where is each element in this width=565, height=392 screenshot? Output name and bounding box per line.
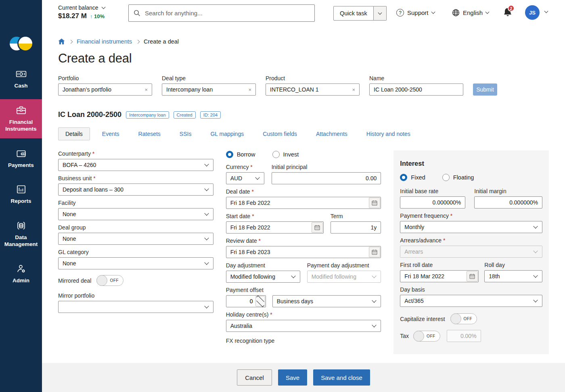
calendar-button[interactable] xyxy=(369,198,380,208)
start-date-label: Start date xyxy=(226,213,324,219)
invest-radio[interactable] xyxy=(272,151,280,158)
app-logo xyxy=(8,35,34,52)
initial-base-rate-input[interactable] xyxy=(400,196,465,209)
tab-details[interactable]: Details xyxy=(58,127,90,140)
balance-dropdown[interactable]: Current balance xyxy=(58,4,105,11)
currency-label: Currency xyxy=(226,164,264,170)
arrears-advance-value: Arrears xyxy=(404,248,423,255)
business-unit-select[interactable]: Deposit and loans – 300 xyxy=(58,183,213,196)
calendar-button[interactable] xyxy=(312,222,323,233)
save-button[interactable]: Save xyxy=(278,369,307,386)
payment-offset-unit-select[interactable]: Business days xyxy=(272,295,381,307)
capitalize-interest-toggle[interactable]: OFF xyxy=(450,313,477,324)
first-roll-date-value[interactable]: Fri 18 Mar 2022 xyxy=(400,273,467,279)
portfolio-label: Portfolio xyxy=(58,75,152,81)
tab-gl-mappings[interactable]: GL mappings xyxy=(203,128,251,140)
support-menu[interactable]: ? Support xyxy=(396,9,435,17)
cancel-button[interactable]: Cancel xyxy=(237,369,272,386)
quick-task-dropdown[interactable] xyxy=(374,6,387,21)
search-input[interactable] xyxy=(128,4,315,22)
review-date-field: Fri 18 Feb 2023 xyxy=(226,246,381,258)
mirror-portfolio-select[interactable] xyxy=(58,301,213,313)
notifications-button[interactable]: 2 xyxy=(503,7,513,18)
clear-x-icon[interactable] xyxy=(247,87,252,93)
floating-radio[interactable] xyxy=(442,174,450,181)
wallet-icon xyxy=(16,148,27,159)
initial-margin-input[interactable] xyxy=(474,196,542,209)
holiday-centres-select[interactable]: Australia xyxy=(226,320,381,332)
sidebar-item-financial-instruments[interactable]: Financial Instruments xyxy=(0,99,42,138)
facility-value: None xyxy=(63,211,76,217)
currency-value: AUD xyxy=(230,175,243,181)
sidebar-item-label: Cash xyxy=(14,82,27,90)
tab-history-and-notes[interactable]: History and notes xyxy=(360,128,417,140)
roll-day-select[interactable]: 18th xyxy=(484,270,542,282)
payment-day-adjustment-value: Modified following xyxy=(312,273,356,280)
day-adjustment-select[interactable]: Modified following xyxy=(226,271,300,283)
profile-menu-chevron-icon[interactable] xyxy=(544,9,548,13)
currency-select[interactable]: AUD xyxy=(226,172,264,184)
tax-toggle[interactable]: OFF xyxy=(413,331,440,342)
calendar-button[interactable] xyxy=(369,247,380,257)
chevron-down-icon xyxy=(204,162,209,166)
mirrored-deal-toggle[interactable]: OFF xyxy=(96,275,123,286)
payment-offset-input[interactable] xyxy=(226,298,255,304)
sidebar-item-label: Payments xyxy=(8,162,34,169)
avatar[interactable]: JS xyxy=(525,5,540,20)
topbar: Current balance $18.27 M 10% Quick task … xyxy=(42,0,565,27)
tab-custom-fields[interactable]: Custom fields xyxy=(256,128,304,140)
review-date-value[interactable]: Fri 18 Feb 2023 xyxy=(226,249,369,255)
initial-principal-input[interactable] xyxy=(272,172,381,184)
home-icon[interactable] xyxy=(58,38,65,45)
deal-type-value: Intercompany loan xyxy=(166,86,247,93)
start-date-value[interactable]: Fri 18 Feb 2022 xyxy=(226,224,312,231)
deal-group-select[interactable]: None xyxy=(58,233,213,245)
day-basis-select[interactable]: Act/365 xyxy=(400,295,542,307)
day-basis-value: Act/365 xyxy=(404,298,423,304)
sidebar-nav: Cash Financial Instruments Payments Repo… xyxy=(0,63,42,290)
term-input[interactable] xyxy=(331,221,381,234)
balance-label: Current balance xyxy=(58,4,98,11)
deal-type-combo[interactable]: Intercompany loan xyxy=(162,83,256,96)
save-and-close-button[interactable]: Save and close xyxy=(313,369,370,386)
borrow-radio[interactable] xyxy=(226,151,233,158)
name-input[interactable] xyxy=(369,83,463,96)
calendar-button[interactable] xyxy=(467,271,478,281)
fixed-label: Fixed xyxy=(411,174,425,181)
tab-attachments[interactable]: Attachments xyxy=(309,128,354,140)
counterparty-select[interactable]: BOFA – 4260 xyxy=(58,159,213,171)
tab-ssis[interactable]: SSIs xyxy=(173,128,199,140)
language-menu[interactable]: English xyxy=(452,9,489,17)
sidebar-item-admin[interactable]: Admin xyxy=(0,258,42,290)
sidebar-item-payments[interactable]: Payments xyxy=(0,142,42,175)
calendar-icon xyxy=(372,249,377,255)
tab-ratesets[interactable]: Ratesets xyxy=(132,128,167,140)
sidebar-item-data-management[interactable]: Data Management xyxy=(0,215,42,254)
gl-category-select[interactable]: None xyxy=(58,257,213,269)
clear-x-icon[interactable] xyxy=(144,87,149,93)
clear-x-icon[interactable] xyxy=(351,87,356,93)
facility-select[interactable]: None xyxy=(58,208,213,220)
payment-day-adjustment-select: Modified following xyxy=(307,271,381,283)
sidebar-item-label: Data Management xyxy=(1,234,41,248)
breadcrumb-link-financial-instruments[interactable]: Financial instruments xyxy=(77,38,132,45)
sidebar-item-reports[interactable]: Reports xyxy=(0,178,42,211)
fx-recognition-type-label: FX recognition type xyxy=(226,338,381,344)
tab-events[interactable]: Events xyxy=(95,128,126,140)
deal-date-value[interactable]: Fri 18 Feb 2022 xyxy=(226,200,369,206)
sidebar-item-cash[interactable]: Cash xyxy=(0,63,42,95)
holiday-centres-label: Holiday centre(s) xyxy=(226,311,381,318)
start-date-field: Fri 18 Feb 2022 xyxy=(226,221,324,234)
payment-frequency-select[interactable]: Monthly xyxy=(400,221,542,233)
borrow-label: Borrow xyxy=(237,151,255,158)
product-combo[interactable]: INTERCO_LOAN 1 xyxy=(266,83,360,96)
fixed-radio[interactable] xyxy=(400,174,407,181)
submit-button[interactable]: Submit xyxy=(473,83,497,96)
deal-type-label: Deal type xyxy=(162,75,256,81)
quick-task-button[interactable]: Quick task xyxy=(333,6,374,21)
database-icon xyxy=(16,220,27,231)
chevron-down-icon xyxy=(204,304,209,308)
question-circle-icon: ? xyxy=(396,9,404,17)
direction-radio-group: Borrow Invest xyxy=(226,150,381,158)
portfolio-combo[interactable]: Jonathan’s portfolio xyxy=(58,83,152,96)
